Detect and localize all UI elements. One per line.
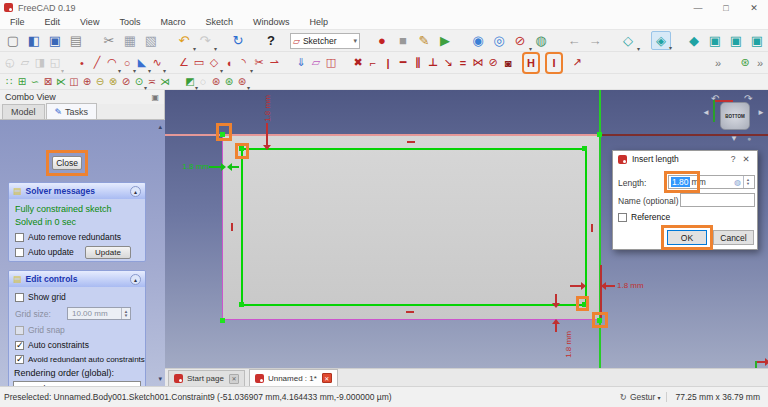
toggle-construction-icon[interactable]: ◫: [324, 54, 338, 72]
show-bspline-comb-icon[interactable]: ∽: [29, 75, 41, 89]
increase-knot-multiplicity-icon[interactable]: ⊗: [107, 75, 119, 89]
vertex-point[interactable]: [597, 132, 602, 137]
select-elements-icon[interactable]: ⋊: [159, 75, 171, 89]
horizontal-constraint-icon[interactable]: [407, 141, 415, 143]
show-bspline-pole-weight-icon[interactable]: ⋉: [55, 75, 67, 89]
cut-icon[interactable]: ✂: [99, 31, 119, 50]
zoom-tool-icon[interactable]: ◈: [651, 31, 671, 50]
minimize-button[interactable]: —: [684, 3, 712, 13]
sketch-rectangle[interactable]: [241, 148, 587, 306]
sketcher-settings-icon[interactable]: ⊛: [223, 75, 235, 89]
switch-virtual-space-icon[interactable]: ◩: [184, 75, 196, 89]
show-hide-circular-helper-icon[interactable]: ◌: [197, 75, 209, 89]
view-isometric-icon[interactable]: ◆: [684, 31, 704, 50]
sketch-vertex[interactable]: [239, 302, 244, 307]
nav-back-icon[interactable]: ←: [564, 31, 584, 50]
create-line-icon[interactable]: ╱: [90, 54, 104, 72]
close-window-button[interactable]: ✕: [740, 3, 768, 13]
help-icon[interactable]: ?: [726, 154, 740, 164]
macro-record-icon[interactable]: ●: [372, 31, 392, 50]
horizontal-constraint-icon[interactable]: [406, 311, 414, 313]
dimension-label-left[interactable]: 1.8 mm: [173, 162, 209, 171]
close-tab-icon[interactable]: ✕: [322, 373, 332, 383]
refresh-icon[interactable]: ↻: [228, 31, 248, 50]
constrain-distance-y-icon[interactable]: I: [547, 54, 561, 72]
view-right-icon[interactable]: ▣: [747, 31, 767, 50]
toolbar-overflow-icon[interactable]: »: [711, 54, 725, 72]
show-bspline-degree-icon[interactable]: ∷: [3, 75, 15, 89]
constrain-equal-icon[interactable]: =: [456, 54, 470, 72]
tab-tasks[interactable]: ✎ Tasks: [46, 103, 98, 119]
create-fillet-icon[interactable]: ◝: [237, 54, 251, 72]
paste-icon[interactable]: ▧: [141, 31, 161, 50]
textured-view-icon[interactable]: ◍: [531, 31, 551, 50]
carbon-copy-icon[interactable]: ▱: [309, 54, 323, 72]
constrain-parallel-icon[interactable]: ∥: [411, 54, 425, 72]
avoid-redundant-checkbox[interactable]: [15, 355, 24, 364]
auto-update-checkbox[interactable]: [15, 248, 24, 257]
scroll-down-icon[interactable]: ▾: [158, 375, 162, 383]
nav-right-icon[interactable]: ►: [757, 108, 765, 117]
macro-play-icon[interactable]: ▶: [435, 31, 455, 50]
vertical-constraint-icon[interactable]: [591, 224, 593, 232]
menu-item[interactable]: File: [0, 17, 35, 27]
redo-icon[interactable]: ↷: [195, 31, 215, 50]
menu-item[interactable]: Sketch: [195, 17, 243, 27]
reorient-sketch-icon[interactable]: ◱: [48, 54, 62, 72]
menu-item[interactable]: Edit: [35, 17, 71, 27]
create-circle-icon[interactable]: ○: [120, 54, 134, 72]
map-sketch-icon[interactable]: ◨: [33, 54, 47, 72]
name-input[interactable]: [680, 193, 755, 207]
menu-item[interactable]: Help: [299, 17, 338, 27]
decrease-bspline-degree-icon[interactable]: ⊖: [94, 75, 106, 89]
view-axonometric-icon[interactable]: ◇: [618, 31, 638, 50]
edit-sketch-icon[interactable]: ▱: [18, 54, 32, 72]
view-top-icon[interactable]: ▣: [726, 31, 746, 50]
document-tab[interactable]: Start page ✕: [168, 370, 245, 386]
spinner-arrows-icon[interactable]: ▲▼: [121, 308, 130, 319]
menu-item[interactable]: Macro: [150, 17, 195, 27]
create-conic-icon[interactable]: ◣: [135, 54, 149, 72]
constrain-lock-icon[interactable]: ◙: [501, 54, 515, 72]
constrain-tangent-icon[interactable]: ↘: [441, 54, 455, 72]
constrain-perpendicular-icon[interactable]: ⊥: [426, 54, 440, 72]
nav-cube-face[interactable]: BOTTOM: [720, 102, 750, 130]
dimension-label-right[interactable]: 1.8 mm: [617, 281, 644, 290]
constrain-symmetric-icon[interactable]: ⋈: [471, 54, 485, 72]
constrain-point-on-object-icon[interactable]: ⌐: [366, 54, 380, 72]
menu-item[interactable]: Windows: [243, 17, 300, 27]
create-slot-icon[interactable]: ◖: [222, 54, 236, 72]
viewport-3d[interactable]: 1.8 mm 1.8 mm 1.8 mm 1.8 mm ↶ ↷ ◄ ► BO: [165, 90, 768, 368]
fit-all-icon[interactable]: ◉: [468, 31, 488, 50]
sketch-vertex[interactable]: [582, 146, 587, 151]
zoom-box-icon[interactable]: ◎: [489, 31, 509, 50]
open-file-icon[interactable]: ◧: [24, 31, 44, 50]
grid-snap-checkbox[interactable]: [15, 326, 24, 335]
close-tab-icon[interactable]: ✕: [229, 374, 239, 384]
constrain-distance-icon[interactable]: ↗: [570, 54, 584, 72]
maximize-button[interactable]: □: [712, 3, 740, 13]
constrain-vertical-icon[interactable]: |: [381, 54, 395, 72]
create-arc-icon[interactable]: ◠: [105, 54, 119, 72]
nav-down-icon[interactable]: ▼: [730, 134, 738, 143]
constrain-block-icon[interactable]: ⊘: [486, 54, 500, 72]
create-rectangle-icon[interactable]: ▭: [192, 54, 206, 72]
document-tab[interactable]: Unnamed : 1* ✕: [249, 369, 338, 386]
nav-dot-icon[interactable]: ●: [747, 135, 751, 142]
collapse-icon[interactable]: ▴: [130, 186, 141, 197]
macro-edit-icon[interactable]: ✎: [414, 31, 434, 50]
navigation-cube[interactable]: ↶ ↷ ◄ ► BOTTOM ▼ ●: [700, 90, 768, 148]
extend-edge-icon[interactable]: ⇀: [267, 54, 281, 72]
tab-model[interactable]: Model: [2, 104, 45, 119]
auto-constraints-checkbox[interactable]: [15, 341, 24, 350]
update-button[interactable]: Update: [85, 246, 131, 259]
collapse-icon[interactable]: ▴: [130, 274, 141, 285]
vertex-point[interactable]: [220, 318, 225, 323]
dimension-label-top[interactable]: 1.8 mm: [263, 92, 272, 126]
create-bspline-icon[interactable]: ∿: [150, 54, 164, 72]
trim-edge-icon[interactable]: ✂: [252, 54, 266, 72]
convert-to-bspline-icon[interactable]: ◫: [68, 75, 80, 89]
print-icon[interactable]: ▤: [66, 31, 86, 50]
join-curves-icon[interactable]: ≍: [146, 75, 158, 89]
nav-forward-icon[interactable]: →: [585, 31, 605, 50]
